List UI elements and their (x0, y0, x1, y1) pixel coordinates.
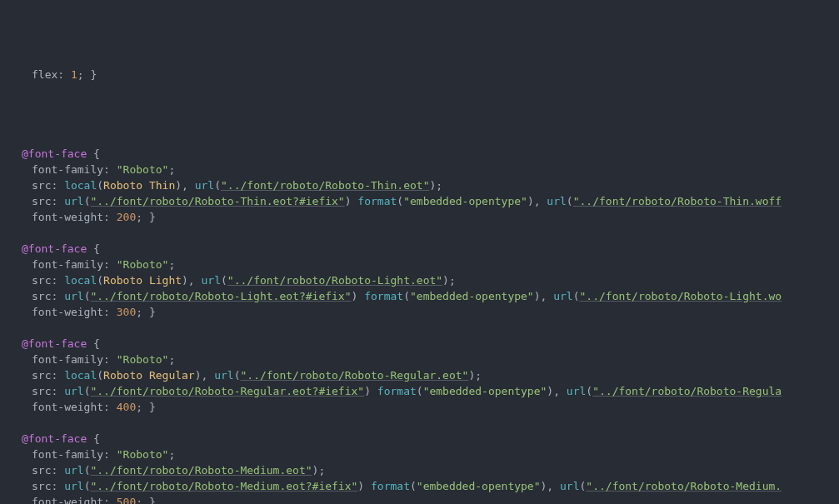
colon: : (103, 163, 117, 176)
property-name: src (32, 290, 51, 302)
property-name: font-weight (32, 211, 103, 223)
editor-gutter (0, 0, 7, 504)
paren: ), (527, 195, 547, 207)
function-name: url (553, 290, 572, 302)
paren: ( (97, 274, 103, 287)
property-name: flex (32, 68, 57, 81)
colon: : (51, 274, 64, 287)
code-editor-content[interactable]: flex: 1; } @font-face {font-family: "Rob… (12, 3, 839, 504)
paren: ); (468, 369, 482, 382)
brace: { (87, 337, 100, 350)
string-literal: "../font/roboto/Roboto-Light.eot?#iefix" (90, 290, 351, 302)
function-name: format (364, 290, 403, 302)
paren: ); (312, 464, 326, 477)
function-name: local (64, 179, 97, 192)
colon: : (103, 258, 117, 271)
brace: ; } (136, 496, 155, 504)
paren: ), (541, 480, 560, 492)
code-line: font-family: "Roboto"; (12, 257, 839, 272)
colon: : (51, 369, 64, 382)
code-line: src: local(Roboto Regular), url("../font… (12, 367, 839, 383)
function-name: url (64, 464, 83, 477)
colon: : (51, 385, 64, 397)
paren: ( (417, 385, 423, 397)
blank-line (12, 130, 839, 146)
property-name: src (32, 464, 51, 477)
colon: : (103, 496, 117, 504)
string-literal: "Roboto" (117, 448, 169, 461)
property-name: src (32, 480, 51, 492)
string-literal: "../font/roboto/Roboto-Regula (592, 385, 782, 397)
string-literal: "../font/roboto/Roboto-Thin.woff (573, 195, 782, 207)
function-name: url (560, 480, 579, 492)
string-literal: "../font/roboto/Roboto-Regular.eot" (240, 369, 468, 382)
paren: ( (403, 290, 410, 302)
property-name: font-weight (32, 306, 103, 318)
string-literal: "Roboto" (117, 353, 169, 366)
colon: : (103, 306, 117, 318)
semicolon: ; (168, 258, 175, 271)
colon: : (51, 480, 64, 492)
paren: ( (97, 179, 103, 192)
string-literal: "embedded-opentype" (403, 195, 527, 207)
property-name: src (32, 385, 51, 397)
string-literal: "embedded-opentype" (410, 290, 534, 302)
identifier: Roboto Light (103, 274, 182, 287)
string-literal: "../font/roboto/Roboto-Thin.eot" (221, 179, 429, 192)
number-literal: 500 (117, 496, 136, 504)
string-literal: "../font/roboto/Roboto-Thin.eot?#iefix" (90, 195, 344, 207)
paren: ); (429, 179, 442, 192)
identifier: Roboto Regular (103, 369, 195, 382)
at-rule-keyword: @font-face (22, 432, 87, 445)
paren: ), (195, 369, 214, 382)
function-name: url (214, 369, 233, 382)
code-line: src: url("../font/roboto/Roboto-Medium.e… (12, 462, 839, 478)
paren: ( (214, 179, 221, 192)
paren: ( (410, 480, 417, 492)
function-name: url (195, 179, 214, 192)
paren: ), (175, 179, 194, 192)
colon: : (51, 464, 64, 477)
paren: ) (364, 385, 377, 397)
string-literal: "Roboto" (117, 258, 169, 271)
code-line: font-weight: 500; } (12, 494, 839, 504)
property-name: font-family (32, 258, 103, 271)
string-literal: "Roboto" (117, 163, 169, 176)
code-line: src: url("../font/roboto/Roboto-Medium.e… (12, 478, 839, 494)
code-line: font-weight: 200; } (12, 209, 839, 225)
semicolon: ; (168, 353, 175, 366)
code-line: font-family: "Roboto"; (12, 162, 839, 177)
paren: ( (397, 195, 403, 207)
paren: ), (182, 274, 201, 287)
code-line: src: local(Roboto Light), url("../font/r… (12, 272, 839, 288)
number-literal: 300 (117, 306, 136, 318)
string-literal: "embedded-opentype" (423, 385, 547, 397)
colon: : (51, 195, 64, 207)
paren: ( (221, 274, 227, 287)
code-line: src: url("../font/roboto/Roboto-Thin.eot… (12, 193, 839, 209)
property-name: font-weight (32, 496, 103, 504)
colon: : (51, 290, 64, 302)
code-line: font-family: "Roboto"; (12, 352, 839, 367)
code-line: font-weight: 300; } (12, 304, 839, 320)
function-name: url (64, 480, 83, 492)
code-line: src: url("../font/roboto/Roboto-Light.eo… (12, 288, 839, 304)
paren: ); (442, 274, 456, 287)
function-name: local (64, 274, 97, 287)
code-line: @font-face { (12, 431, 839, 447)
function-name: url (202, 274, 221, 287)
function-name: url (64, 290, 83, 302)
code-line: @font-face { (12, 336, 839, 352)
paren: ) (357, 480, 371, 492)
property-name: font-family (32, 163, 103, 176)
code-line: font-family: "Roboto"; (12, 447, 839, 462)
code-line: font-weight: 400; } (12, 399, 839, 415)
brace: ; } (136, 306, 155, 318)
colon: : (103, 448, 117, 461)
colon: : (103, 401, 117, 413)
number-literal: 400 (117, 401, 136, 413)
string-literal: "../font/roboto/Roboto-Regular.eot?#iefi… (90, 385, 364, 397)
function-name: local (64, 369, 97, 382)
paren: ( (573, 290, 580, 302)
paren: ) (352, 290, 365, 302)
